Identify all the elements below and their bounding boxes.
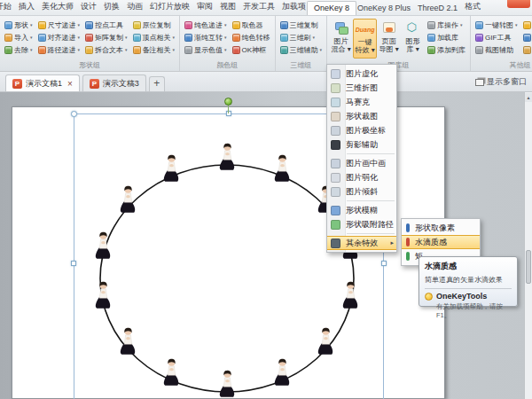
- submenu-item-形状取像素[interactable]: 形状取像素: [402, 221, 480, 235]
- menu-tab-开发工具[interactable]: 开发工具: [237, 0, 281, 15]
- 一键转图-icon: [475, 21, 483, 29]
- small-button-顶点相关[interactable]: 顶点相关▾: [130, 31, 178, 43]
- small-button-取色器[interactable]: 取色器: [230, 19, 273, 31]
- menu-item-图片弱化[interactable]: 图片弱化: [327, 170, 396, 184]
- menu-item-三维折图[interactable]: 三维折图: [327, 81, 396, 95]
- dancer-figure[interactable]: [272, 153, 293, 183]
- small-button-显示色值[interactable]: 显示色值▾: [182, 43, 230, 56]
- rotation-handle[interactable]: [224, 98, 232, 106]
- small-button-添加到库[interactable]: 添加到库: [425, 43, 468, 56]
- dancer-figure[interactable]: [161, 153, 182, 183]
- small-button-矩阵复制[interactable]: 矩阵复制▾: [82, 31, 130, 43]
- menu-item-label: 图片虚化: [346, 68, 378, 80]
- selection-handle-top-left[interactable]: [71, 111, 77, 117]
- small-button-一键转图[interactable]: 一键转图▾: [473, 19, 520, 31]
- small-button-拆合文本[interactable]: 拆合文本▾: [82, 43, 130, 56]
- small-button-纯色递进[interactable]: 纯色递进▾: [182, 19, 230, 31]
- selection-handle-middle-left[interactable]: [71, 261, 76, 266]
- small-button-特殊选中[interactable]: 特殊选中▾: [520, 19, 532, 31]
- scroll-up-arrow-icon[interactable]: ▲: [525, 93, 532, 102]
- 尺寸递进-icon: [38, 21, 46, 29]
- small-button-库操作[interactable]: 库操作▾: [425, 19, 468, 31]
- small-button-OK神框[interactable]: OK神框: [230, 43, 273, 56]
- menu-item-图片虚化[interactable]: 图片虚化: [327, 66, 396, 81]
- big-button-图片混合[interactable]: 图片混合 ▾: [329, 19, 353, 59]
- small-button-备注相关[interactable]: 备注相关▾: [130, 43, 178, 56]
- menu-item-图片画中画[interactable]: 图片画中画: [327, 156, 396, 170]
- menu-item-其余特效[interactable]: 其余特效▸: [327, 236, 396, 250]
- 三维复制-icon: [280, 21, 288, 29]
- tooltip-brand-row: OneKeyTools: [425, 292, 512, 301]
- small-button-GIF工具[interactable]: GIF工具: [473, 31, 520, 43]
- dancer-figure[interactable]: [340, 280, 361, 309]
- small-button-三维复制[interactable]: 三维复制: [278, 19, 325, 31]
- small-button-纯色转移[interactable]: 纯色转移: [230, 31, 273, 43]
- ribbon-group-其他组: 一键转图▾GIF工具截图辅助特殊选中▾分割线▾辅助功能▾其他组: [471, 16, 532, 71]
- dancer-figure[interactable]: [118, 184, 138, 214]
- 加载库-icon: [427, 34, 435, 42]
- small-button-label: 导入: [14, 33, 28, 43]
- menu-tab-OneKey 8[interactable]: OneKey 8: [307, 1, 356, 15]
- menu-tab-格式[interactable]: 格式: [458, 0, 487, 15]
- submenu-item-水滴质感[interactable]: 水滴质感: [402, 235, 480, 249]
- menu-tab-ThreeD 2.1[interactable]: ThreeD 2.1: [411, 2, 464, 15]
- big-button-图形库[interactable]: ⬡图形库 ▾: [401, 19, 425, 59]
- menu-item-形状模糊[interactable]: 形状模糊: [327, 203, 396, 217]
- dancer-figure[interactable]: [161, 357, 182, 387]
- small-button-辅助功能[interactable]: 辅助功能▾: [520, 43, 532, 56]
- small-button-导入[interactable]: 导入▾: [2, 31, 35, 43]
- window-control-fragment[interactable]: [507, 0, 530, 8]
- selection-handle-middle-right[interactable]: [381, 261, 387, 266]
- small-button-原位复制[interactable]: 原位复制: [130, 19, 178, 31]
- doc-tab-演示文稿3[interactable]: P演示文稿3: [82, 74, 146, 91]
- menu-item-图片极坐标[interactable]: 图片极坐标: [327, 123, 396, 137]
- menu-item-形状裁图[interactable]: 形状裁图: [327, 109, 396, 123]
- small-button-三维辅助[interactable]: 三维辅助▾: [278, 43, 325, 56]
- dancer-figure[interactable]: [217, 142, 238, 171]
- big-button-页面导图[interactable]: 页面导图 ▾: [377, 19, 401, 59]
- menu-tab-幻灯片放映[interactable]: 幻灯片放映: [144, 0, 196, 15]
- small-button-label: 拆合文本: [95, 45, 123, 55]
- doc-tab-close-icon[interactable]: ×: [67, 79, 73, 89]
- menu-item-马赛克[interactable]: 马赛克: [327, 95, 396, 109]
- small-button-分割线[interactable]: 分割线▾: [520, 31, 532, 43]
- small-button-加载库[interactable]: 加载库: [425, 31, 468, 43]
- small-button-截图辅助[interactable]: 截图辅助: [473, 43, 520, 56]
- ribbon-group-label: 形状组: [2, 59, 177, 71]
- small-button-三维刷[interactable]: 三维刷▾: [278, 31, 325, 43]
- dancer-figure[interactable]: [93, 280, 113, 309]
- dancer-figure[interactable]: [217, 369, 238, 398]
- dropdown-arrow-icon: ▾: [30, 47, 33, 52]
- small-button-路径递进[interactable]: 路径递进▾: [35, 43, 83, 56]
- small-button-label: 原位复制: [143, 20, 171, 30]
- submenu-item-label: 形状取像素: [415, 223, 455, 234]
- small-button-对齐递进[interactable]: 对齐递进▾: [35, 31, 83, 43]
- 显示色值-icon: [184, 46, 192, 54]
- menu-item-图片倾斜[interactable]: 图片倾斜: [327, 184, 396, 199]
- small-button-去除[interactable]: 去除▾: [2, 43, 35, 56]
- multi-window-icon: [475, 79, 484, 86]
- vertical-scrollbar[interactable]: ▲: [524, 92, 532, 399]
- menu-item-label: 剪影辅助: [346, 139, 378, 151]
- dancer-figure[interactable]: [272, 357, 293, 387]
- new-document-tab-button[interactable]: +: [149, 76, 165, 91]
- dancer-figure[interactable]: [118, 326, 138, 356]
- small-button-控点工具[interactable]: 控点工具: [82, 19, 130, 31]
- small-button-形状[interactable]: 形状▾: [2, 19, 35, 31]
- small-button-label: 三维刷: [290, 33, 311, 43]
- 添加到库-icon: [427, 46, 435, 54]
- dancer-figure[interactable]: [93, 231, 113, 260]
- menu-tab-美化大师[interactable]: 美化大师: [35, 0, 80, 15]
- big-button-一键特效[interactable]: Duang一键特效 ▾: [353, 19, 377, 59]
- small-button-渐纯互转[interactable]: 渐纯互转▾: [182, 31, 230, 43]
- menu-item-剪影辅助[interactable]: 剪影辅助: [327, 137, 396, 152]
- small-button-尺寸递进[interactable]: 尺寸递进▾: [35, 19, 83, 31]
- show-multi-window[interactable]: 显示多窗口: [475, 76, 527, 91]
- doc-tab-演示文稿1[interactable]: P演示文稿1×: [5, 74, 80, 91]
- selection-handle-top-center[interactable]: [226, 111, 231, 116]
- dancer-figure[interactable]: [316, 326, 336, 356]
- menu-item-形状吸附路径[interactable]: 形状吸附路径: [327, 217, 396, 231]
- menu-tab-OneKey 8 Plus[interactable]: OneKey 8 Plus: [351, 2, 417, 15]
- dropdown-arrow-icon: ▾: [78, 22, 81, 27]
- scrollbar-thumb[interactable]: [526, 250, 531, 284]
